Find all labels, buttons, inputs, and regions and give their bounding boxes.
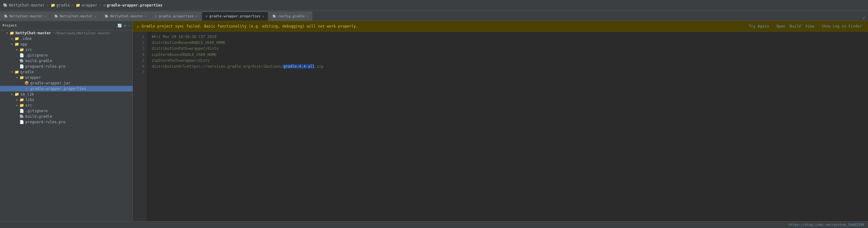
imlib-icon: 📁	[14, 92, 19, 96]
tree-item-build-imlib[interactable]: 🐘 build.gradle	[0, 114, 132, 119]
warn-icon: ⚠	[136, 24, 139, 29]
tree-item-idea[interactable]: ▶ 📁 .idea	[0, 36, 132, 41]
idea-label: .idea	[21, 36, 32, 41]
libs-label: libs	[25, 98, 34, 102]
open-build-view-button[interactable]: Open 'Build' View	[774, 24, 817, 28]
tab-5-close[interactable]: ✕	[306, 14, 308, 18]
sidebar-tree: ▼ 📁 NettyChat-master ~/Downloads/NettyCh…	[0, 30, 132, 228]
tree-item-root[interactable]: ▼ 📁 NettyChat-master ~/Downloads/NettyCh…	[0, 30, 132, 36]
checkmark-icon: ✓	[862, 15, 866, 21]
src-app-icon: 📁	[19, 47, 24, 52]
tab-2-icon: 🐘	[105, 14, 108, 18]
arrow-src-app: ▶	[15, 48, 19, 51]
gradle-folder-icon: 📁	[14, 70, 19, 74]
tree-item-src-imlib[interactable]: ▶ 📁 src	[0, 103, 132, 108]
arrow-wrapper: ▼	[15, 76, 19, 79]
proguard-imlib-icon: 📄	[19, 120, 24, 124]
tab-1-close[interactable]: ✕	[95, 14, 96, 18]
code-line-6: distributionUrl=https\://services.gradle…	[152, 64, 868, 69]
settings-icon[interactable]: ⚙	[124, 24, 126, 28]
arrow-idea: ▶	[10, 37, 14, 40]
breadcrumb-wrapper-icon: 📁	[76, 3, 80, 7]
tab-5[interactable]: 🐘 config.gradle ✕	[269, 11, 312, 21]
arrow-imlib: ▶	[10, 93, 14, 96]
src-imlib-icon: 📁	[19, 103, 24, 107]
gitignore-imlib-icon: 📄	[19, 109, 24, 113]
props-label: gradle-wrapper.properties	[30, 87, 86, 91]
tree-item-libs[interactable]: ▶ 📁 libs	[0, 97, 132, 103]
tab-5-label: config.gradle	[278, 14, 305, 18]
root-folder-icon: 📁	[9, 31, 14, 35]
tree-item-app[interactable]: ▼ 📁 app	[0, 41, 132, 47]
proguard-app-label: proguard-rules.pro	[25, 64, 65, 69]
tab-4[interactable]: ⚙ gradle-wrapper.properties ✕	[202, 11, 269, 21]
breadcrumb-folder-icon: 📁	[51, 3, 55, 7]
tree-item-gradle[interactable]: ▼ 📁 gradle	[0, 69, 132, 75]
arrow-root: ▼	[5, 32, 9, 35]
breadcrumb-gradle: gradle	[57, 3, 70, 7]
tree-item-wrapper-props[interactable]: ⚙ gradle-wrapper.properties	[0, 86, 132, 92]
tab-2-label: NettyChat-master	[110, 14, 143, 18]
tab-4-label: gradle-wrapper.properties	[210, 14, 261, 18]
tab-2[interactable]: 🐘 NettyChat-master ✕	[101, 11, 151, 21]
editor-area: ⚠ Gradle project sync failed. Basic func…	[133, 21, 868, 228]
title-bar: 🐘 NettyChat-master › 📁 gradle › 📁 wrappe…	[0, 0, 868, 10]
tree-item-src-app[interactable]: ▶ 📁 src	[0, 47, 132, 53]
line-num-6: 6	[133, 64, 144, 69]
tab-3[interactable]: ⚙ gradle.properties ✕	[151, 11, 202, 21]
build-imlib-label: build.gradle	[25, 114, 52, 119]
status-bar: https://blog.csdn.net/github_34402358	[0, 221, 868, 228]
tab-1[interactable]: 🐘 NettyChat-master ✕	[50, 11, 100, 21]
tree-item-gitignore-imlib[interactable]: 📄 .gitignore	[0, 108, 132, 114]
code-content[interactable]: #Fri Mar 29 18:56:38 CST 2019 distributi…	[147, 32, 868, 228]
tree-item-wrapper-jar[interactable]: 📦 gradle-wrapper.jar	[0, 80, 132, 86]
line-num-7: 7	[133, 69, 144, 75]
tab-3-icon: ⚙	[155, 14, 157, 18]
tree-item-imlib[interactable]: ▶ 📁 im_lib	[0, 92, 132, 97]
tab-3-close[interactable]: ✕	[195, 14, 197, 18]
tab-2-close[interactable]: ✕	[145, 14, 147, 18]
tab-5-icon: 🐘	[273, 14, 276, 18]
show-log-button[interactable]: Show Log in Finder	[819, 24, 864, 28]
wrapper-icon: 📁	[19, 75, 24, 80]
try-again-button[interactable]: Try Again	[746, 24, 771, 28]
tab-bar: 🐘 NettyChat-master ✕ 🐘 NettyChat-master …	[0, 10, 868, 21]
tab-0[interactable]: 🐘 NettyChat-master ✕	[0, 11, 50, 21]
line-num-3: 3	[133, 46, 144, 52]
root-path: ~/Downloads/NettyChat-master	[53, 31, 110, 35]
tab-4-close[interactable]: ✕	[262, 14, 264, 18]
proguard-imlib-label: proguard-rules.pro	[25, 120, 65, 124]
line-num-4: 4	[133, 52, 144, 58]
code-editor[interactable]: 1 2 3 4 5 6 7 #Fri Mar 29 18:56:38 CST 2…	[133, 32, 868, 228]
sync-icon[interactable]: 🔄	[117, 24, 122, 28]
props-icon: ⚙	[24, 87, 29, 91]
tree-item-wrapper[interactable]: ▼ 📁 wrapper	[0, 75, 132, 80]
idea-icon: 📁	[14, 36, 19, 41]
root-label: NettyChat-master	[16, 31, 51, 35]
project-panel: Project 🔄 ⚙ — ▼ 📁 NettyChat-master ~/Dow…	[0, 21, 133, 228]
imlib-label: im_lib	[21, 92, 34, 96]
arrow-gradle: ▼	[10, 70, 14, 73]
proguard-app-icon: 📄	[19, 64, 24, 69]
code-line-5: zipStorePath=wrapper/dists	[152, 58, 868, 64]
tree-item-buildgradle-app[interactable]: 🐘 build.gradle	[0, 58, 132, 64]
app-icon: 📁	[14, 42, 19, 46]
notification-bar: ⚠ Gradle project sync failed. Basic func…	[133, 21, 868, 32]
notification-text: Gradle project sync failed. Basic functi…	[142, 24, 744, 28]
line-num-1: 1	[133, 34, 144, 40]
tree-item-gitignore-app[interactable]: 📄 .gitignore	[0, 53, 132, 58]
tree-item-proguard-imlib[interactable]: 📄 proguard-rules.pro	[0, 119, 132, 125]
line-numbers: 1 2 3 4 5 6 7	[133, 32, 147, 228]
arrow-app: ▼	[10, 43, 14, 46]
main-layout: Project 🔄 ⚙ — ▼ 📁 NettyChat-master ~/Dow…	[0, 21, 868, 228]
gitignore-app-icon: 📄	[19, 53, 24, 58]
tab-0-close[interactable]: ✕	[44, 14, 46, 18]
sidebar-header-icons: 🔄 ⚙ —	[117, 24, 130, 28]
tree-item-proguard-app[interactable]: 📄 proguard-rules.pro	[0, 64, 132, 69]
breadcrumb-root: NettyChat-master	[9, 3, 45, 7]
code-line-7	[152, 69, 868, 75]
breadcrumb-file-icon: ⚙	[103, 3, 105, 7]
src-app-label: src	[25, 47, 32, 52]
libs-icon: 📁	[19, 98, 24, 102]
minus-icon[interactable]: —	[128, 24, 130, 28]
